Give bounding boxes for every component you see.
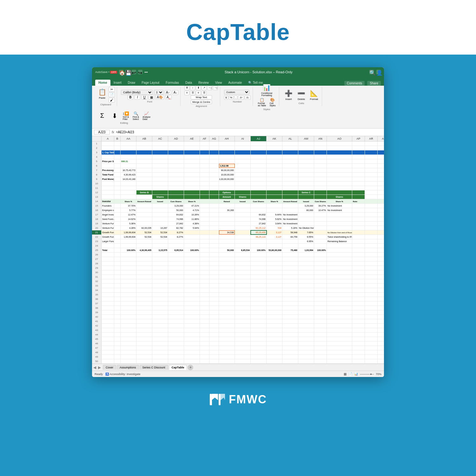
cell-reference-input[interactable]: AJ23: [94, 130, 110, 135]
cell-q4[interactable]: [327, 155, 352, 159]
cell-e5[interactable]: [152, 159, 168, 163]
cell-o7[interactable]: [298, 168, 314, 172]
cell-price-value[interactable]: 686.31: [121, 159, 136, 163]
number-format-select[interactable]: Custom: [224, 90, 249, 95]
cell-j9[interactable]: 1,00,00,00,000: [219, 177, 235, 181]
cell-h9[interactable]: [200, 177, 209, 181]
cell-a2[interactable]: [102, 146, 114, 150]
add-sheet-button[interactable]: +: [188, 365, 193, 370]
cell-a3p[interactable]: [314, 150, 327, 155]
cell-e4[interactable]: [152, 155, 168, 159]
align-bottom-button[interactable]: ⬇: [196, 86, 201, 90]
cell-e9[interactable]: [152, 177, 168, 181]
tab-automate[interactable]: Automate: [225, 80, 245, 86]
home-icon[interactable]: 🏠: [119, 70, 123, 74]
cell-b8[interactable]: [114, 173, 121, 177]
cell-k7[interactable]: [235, 168, 251, 172]
cell-g5[interactable]: [184, 159, 200, 163]
cell-section-header[interactable]: 1. Cap Table Calculations: [102, 150, 114, 155]
col-header-aj[interactable]: AJ: [251, 136, 267, 141]
wrap-text-button[interactable]: Wrap Text: [191, 95, 212, 99]
cell-m7[interactable]: [267, 168, 282, 172]
cell-n7[interactable]: [282, 168, 298, 172]
cell-p1[interactable]: [314, 142, 327, 146]
cell-venture-fund-b[interactable]: Venture Fund B: [102, 226, 114, 230]
cell-r8[interactable]: [352, 173, 365, 177]
col-header-ah[interactable]: AH: [219, 136, 235, 141]
insert-button[interactable]: ➕ Insert: [283, 88, 294, 101]
cell-k9[interactable]: [235, 177, 251, 181]
align-right-button[interactable]: ≡: [196, 91, 201, 95]
cell-b4[interactable]: [114, 155, 121, 159]
cell-premoney-val[interactable]: 16,75,43,772: [121, 168, 136, 172]
tab-draw[interactable]: Draw: [125, 80, 138, 86]
cell-m9[interactable]: [267, 177, 282, 181]
font-size-select[interactable]: 11: [154, 90, 163, 95]
cell-founders[interactable]: Founders: [102, 204, 114, 208]
merge-center-button[interactable]: Merge & Centre: [191, 100, 212, 104]
cell-r7[interactable]: [352, 168, 365, 172]
cell-n5[interactable]: [282, 159, 298, 163]
sheet-nav-next[interactable]: ▶: [98, 365, 101, 370]
formula-input[interactable]: =AE23+AI23: [116, 130, 382, 134]
cell-a3l[interactable]: [251, 150, 267, 155]
cell-r4[interactable]: [352, 155, 365, 159]
paste-button[interactable]: 📋 Paste: [96, 87, 108, 102]
cell-k1[interactable]: [235, 142, 251, 146]
undo-icon[interactable]: ↩: [132, 70, 136, 74]
bold-button[interactable]: B: [128, 95, 133, 100]
cell-larger-fund-a[interactable]: Larger Fund A: [102, 239, 114, 243]
cell-f7[interactable]: [168, 168, 184, 172]
cell-n6[interactable]: [282, 164, 298, 168]
comma-button[interactable]: ,: [234, 96, 237, 100]
cell-employee-options[interactable]: Employee options: [102, 208, 114, 212]
cell-a3c[interactable]: [121, 150, 136, 155]
cell-c6[interactable]: [121, 164, 136, 168]
cell-m8[interactable]: [267, 173, 282, 177]
increase-font-button[interactable]: A↑: [165, 90, 171, 95]
sheet-tab-assumptions[interactable]: Assumptions: [117, 365, 139, 370]
cell-d8[interactable]: [136, 173, 152, 177]
tab-data[interactable]: Data: [182, 80, 195, 86]
cell-price-label[interactable]: Price per Share: [102, 159, 114, 163]
cell-venture-fund-a[interactable]: Venture Fund A: [102, 221, 114, 226]
col-header-ad[interactable]: AD: [168, 136, 184, 141]
cell-b1[interactable]: [114, 142, 121, 146]
font-color-button[interactable]: A_: [165, 95, 172, 100]
col-header-al[interactable]: AL: [282, 136, 298, 141]
find-select-button[interactable]: 🔍 Find &Select: [131, 111, 140, 121]
accounting-button[interactable]: $: [224, 96, 228, 100]
cell-m5[interactable]: [267, 159, 282, 163]
cell-l7[interactable]: [251, 168, 267, 172]
cell-h6[interactable]: [200, 164, 209, 168]
col-header-ap[interactable]: AP: [352, 136, 365, 141]
cell-s9[interactable]: [365, 177, 378, 181]
cell-b2[interactable]: [114, 146, 121, 150]
cell-s6[interactable]: [365, 164, 378, 168]
cell-seed-fund-a[interactable]: Seed Fund A: [102, 217, 114, 221]
col-header-ac[interactable]: AC: [152, 136, 168, 141]
cell-i8[interactable]: [209, 173, 219, 177]
page-layout-view-button[interactable]: 📄: [348, 372, 352, 376]
cell-angel-investors[interactable]: Angel Investors: [102, 213, 114, 217]
cell-j5[interactable]: [219, 159, 235, 163]
cell-r5[interactable]: [352, 159, 365, 163]
cell-m6[interactable]: [267, 164, 282, 168]
cell-j4[interactable]: [219, 155, 235, 159]
cell-o1[interactable]: [298, 142, 314, 146]
cell-total-fund-label[interactable]: Total Fund Raised: [102, 173, 114, 177]
cell-n2[interactable]: [282, 146, 298, 150]
cell-d7[interactable]: [136, 168, 152, 172]
cell-o4[interactable]: [298, 155, 314, 159]
cell-e8[interactable]: [152, 173, 168, 177]
cell-f8[interactable]: [168, 173, 184, 177]
cell-t6[interactable]: [378, 164, 384, 168]
cell-l2[interactable]: [251, 146, 267, 150]
cell-m4[interactable]: [267, 155, 282, 159]
cell-t4[interactable]: [378, 155, 384, 159]
cell-m1[interactable]: [267, 142, 282, 146]
cell-p8[interactable]: [314, 173, 327, 177]
format-button[interactable]: 📐 Format: [308, 88, 320, 101]
cell-f4[interactable]: [168, 155, 184, 159]
cell-f5[interactable]: [168, 159, 184, 163]
